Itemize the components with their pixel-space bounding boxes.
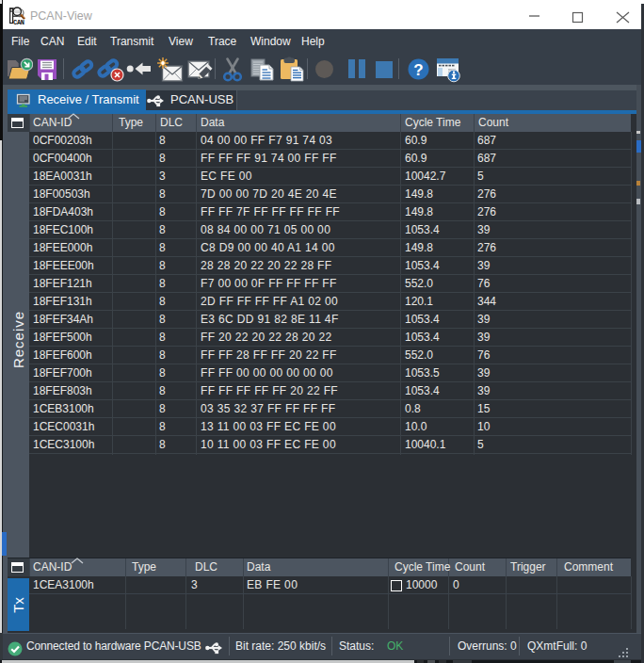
svg-text:?: ? bbox=[413, 61, 423, 79]
svg-text:CAN: CAN bbox=[13, 19, 24, 25]
